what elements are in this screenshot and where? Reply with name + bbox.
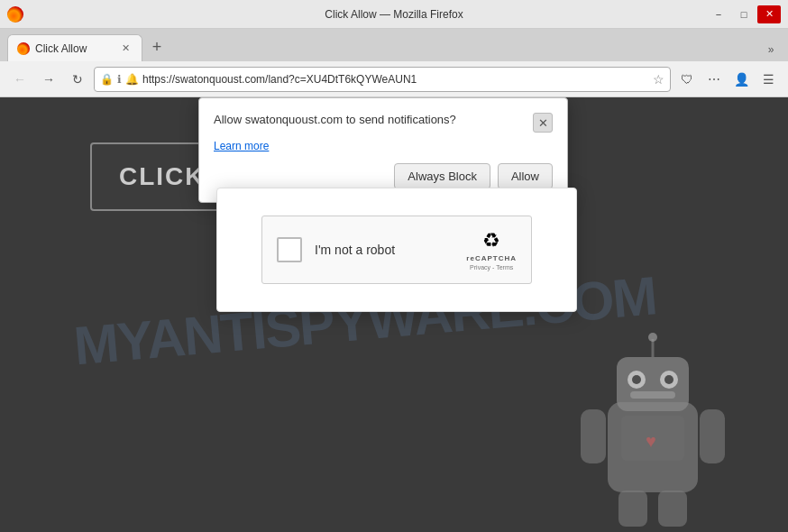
title-bar-left <box>7 6 23 23</box>
notification-header: Allow swatonquoust.com to send notificat… <box>214 113 553 133</box>
svg-point-4 <box>632 375 641 384</box>
captcha-box: I'm not a robot ♻ reCAPTCHA Privacy - Te… <box>216 188 577 312</box>
shield-icon[interactable]: 🛡 <box>674 67 700 92</box>
back-button[interactable]: ← <box>7 67 32 92</box>
window-title: Click Allow — Mozilla Firefox <box>325 8 463 21</box>
always-block-button[interactable]: Always Block <box>394 163 490 189</box>
recaptcha-icon: ♻ <box>482 229 500 252</box>
recaptcha-widget[interactable]: I'm not a robot ♻ reCAPTCHA Privacy - Te… <box>261 216 532 284</box>
close-button[interactable]: ✕ <box>757 5 781 23</box>
svg-rect-12 <box>700 409 725 463</box>
robot-svg-image: ♥ <box>572 330 734 528</box>
url-text: https://swatonquoust.com/land?c=XU4DtT6k… <box>142 73 649 86</box>
menu-button[interactable]: ☰ <box>756 67 781 92</box>
bookmark-star-icon[interactable]: ☆ <box>653 72 664 87</box>
extensions-button[interactable]: ⋯ <box>701 67 727 92</box>
nav-bar: ← → ↻ 🔒 ℹ 🔔 https://swatonquoust.com/lan… <box>0 61 788 97</box>
minimize-button[interactable]: − <box>707 5 730 23</box>
svg-rect-14 <box>658 491 687 527</box>
svg-text:♥: ♥ <box>646 431 656 451</box>
info-icon: ℹ <box>117 73 122 86</box>
lock-icon: 🔒 <box>100 73 114 86</box>
robot-character: ♥ <box>572 330 734 532</box>
svg-point-5 <box>664 375 673 384</box>
recaptcha-brand-label: reCAPTCHA <box>466 254 517 262</box>
recaptcha-privacy-link[interactable]: Privacy - Terms <box>470 264 513 271</box>
nav-right-icons: 🛡 ⋯ 👤 ☰ <box>674 67 781 92</box>
title-bar: Click Allow — Mozilla Firefox − □ ✕ <box>0 0 788 29</box>
forward-button[interactable]: → <box>36 67 61 92</box>
active-tab[interactable]: Click Allow ✕ <box>7 34 142 61</box>
url-bar[interactable]: 🔒 ℹ 🔔 https://swatonquoust.com/land?c=XU… <box>94 67 671 92</box>
svg-rect-13 <box>618 491 647 527</box>
notification-close-button[interactable]: ✕ <box>533 113 553 133</box>
profile-button[interactable]: 👤 <box>728 67 754 92</box>
firefox-logo-icon <box>7 6 23 23</box>
notification-permissions-icon: 🔔 <box>125 73 139 86</box>
tab-favicon-icon <box>17 42 30 55</box>
recaptcha-label: I'm not a robot <box>315 243 454 257</box>
tab-bar-right: » <box>761 40 781 60</box>
notification-buttons: Always Block Allow <box>214 163 553 189</box>
new-tab-button[interactable]: + <box>144 34 170 60</box>
tab-overflow-button[interactable]: » <box>761 40 781 60</box>
tab-bar: Click Allow ✕ + » <box>0 29 788 61</box>
recaptcha-logo-area: ♻ reCAPTCHA Privacy - Terms <box>466 229 517 271</box>
svg-point-7 <box>648 333 657 342</box>
tab-title: Click Allow <box>35 42 113 55</box>
learn-more-link[interactable]: Learn more <box>214 140 553 152</box>
window-controls: − □ ✕ <box>707 5 781 23</box>
maximize-button[interactable]: □ <box>732 5 756 23</box>
allow-button[interactable]: Allow <box>498 163 553 189</box>
svg-rect-11 <box>581 409 606 463</box>
notification-title: Allow swatonquoust.com to send notificat… <box>214 113 533 126</box>
recaptcha-checkbox[interactable] <box>277 237 302 262</box>
svg-rect-1 <box>617 357 689 411</box>
reload-button[interactable]: ↻ <box>65 67 90 92</box>
tab-close-button[interactable]: ✕ <box>118 41 133 56</box>
svg-rect-8 <box>630 391 675 399</box>
page-content: MYANTISPYWARE.COM CLICK A ♥ <box>0 97 788 532</box>
